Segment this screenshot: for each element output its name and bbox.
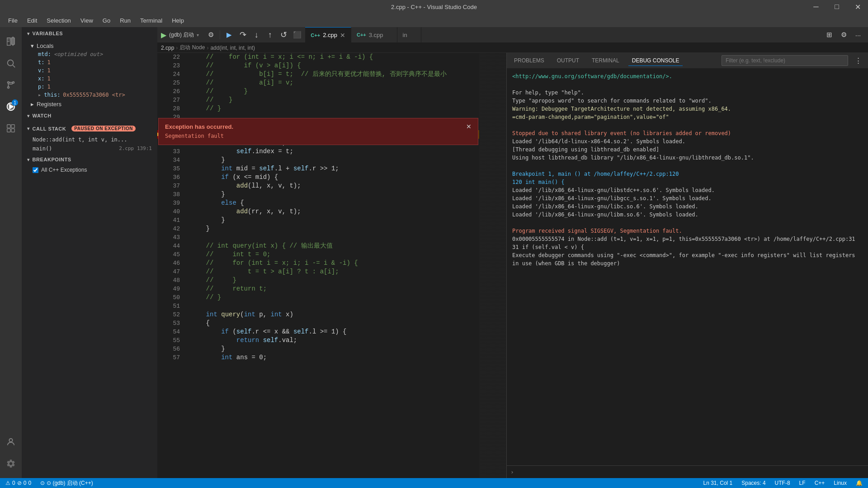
line-content-34[interactable]: } [187,156,479,164]
panel-tab-problems[interactable]: PROBLEMS [510,56,548,66]
debug-session-dropdown[interactable]: ▾ [197,33,199,38]
line-content-52[interactable]: int query(int p, int x) [187,310,479,319]
editor-content[interactable]: Exception has occurred. ✕ Segmentation f… [157,53,506,478]
line-content-46[interactable]: // for (int i = x; i; i -= i & -i) { [187,259,479,267]
run-debug-icon[interactable]: 1 [0,96,22,117]
call-stack-item-1[interactable]: main() 2.cpp 139:1 [22,144,157,153]
line-content-56[interactable]: } [187,345,479,353]
registers-header[interactable]: ▸ Registers [22,100,157,108]
close-button[interactable]: ✕ [847,0,868,14]
line-content-23[interactable]: // if (v > a[i]) { [187,61,479,70]
line-content-50[interactable]: // } [187,293,479,302]
line-content-27[interactable]: // } [187,96,479,104]
line-content-22[interactable]: // for (int i = x; i <= n; i += i & -i) … [187,53,479,61]
breadcrumb-func[interactable]: add(int, int, int, int) [210,45,255,51]
tab-2cpp-close[interactable]: ✕ [340,32,345,39]
line-content-24[interactable]: // b[i] = t; // 后来的只有更优才能替换, 否则字典序不是最小 [187,70,479,79]
status-debug[interactable]: ⊙ ⊙ (gdb) 启动 (C++) [38,478,95,488]
line-content-57[interactable]: int ans = 0; [187,353,479,362]
status-encoding[interactable]: UTF-8 [773,480,792,486]
watch-header[interactable]: ▾ WATCH [22,109,157,122]
line-content-35[interactable]: int mid = self.l + self.r >> 1; [187,164,479,173]
panel-tab-terminal[interactable]: TERMINAL [588,56,623,66]
search-icon[interactable] [0,52,22,74]
menu-view[interactable]: View [77,15,97,26]
line-content-42[interactable]: } [187,225,479,233]
layout-btn[interactable]: ⊞ [823,28,835,41]
status-notifications[interactable]: 🔔 [854,480,864,486]
maximize-button[interactable]: □ [826,0,847,14]
line-content-47[interactable]: // t = t > a[i] ? t : a[i]; [187,267,479,276]
var-this[interactable]: ▸ this: 0x5555557a3060 <tr> [22,91,157,99]
breakpoints-header[interactable]: ▾ BREAKPOINTS [22,153,157,166]
line-content-38[interactable]: } [187,190,479,199]
status-spaces[interactable]: Spaces: 4 [740,480,767,486]
panel-tab-debug-console[interactable]: DEBUG CONSOLE [628,56,683,66]
panel-more-btn[interactable]: ⋮ [852,54,864,67]
minimize-button[interactable]: ─ [806,0,826,14]
step-over-button[interactable]: ↷ [236,28,249,41]
code-editor[interactable]: Exception has occurred. ✕ Segmentation f… [157,53,479,478]
settings-icon[interactable] [0,453,22,474]
breadcrumb-node[interactable]: 启动 Node [179,44,205,52]
step-into-button[interactable]: ↓ [250,28,263,41]
call-stack-header[interactable]: ▾ CALL STACK Paused on exception [22,122,157,135]
line-content-25[interactable]: // a[i] = v; [187,79,479,87]
line-content-41[interactable]: } [187,216,479,225]
tab-3cpp[interactable]: C++ 3.cpp ✕ [351,27,397,42]
tab-2cpp[interactable]: C++ 2.cpp ✕ [305,27,351,42]
line-content-36[interactable]: if (x <= mid) { [187,173,479,182]
exception-close-button[interactable]: ✕ [466,123,472,130]
settings-debug-btn[interactable]: ⚙ [204,28,217,41]
line-content-45[interactable]: // int t = 0; [187,250,479,259]
menu-terminal[interactable]: Terminal [137,15,166,26]
menu-go[interactable]: Go [99,15,114,26]
panel-tab-output[interactable]: OUTPUT [553,56,583,66]
tab-in[interactable]: in ✕ [397,27,421,42]
filter-input[interactable] [722,55,848,66]
more-btn[interactable]: ··· [852,28,864,41]
accounts-icon[interactable] [0,431,22,453]
title-bar: 2.cpp - C++ - Visual Studio Code ─ □ ✕ [0,0,868,14]
continue-button[interactable]: ▶ [223,28,236,41]
console-line [512,162,863,170]
menu-help[interactable]: Help [168,15,188,26]
line-content-37[interactable]: add(ll, x, v, t); [187,182,479,190]
line-content-28[interactable]: // } [187,104,479,113]
restart-button[interactable]: ↺ [277,28,290,41]
menu-edit[interactable]: Edit [24,15,41,26]
stop-button[interactable]: ⬛ [291,28,303,41]
line-content-48[interactable]: // } [187,276,479,285]
panel-content[interactable]: <http://www.gnu.org/software/gdb/documen… [507,69,868,465]
line-content-39[interactable]: else { [187,199,479,207]
menu-file[interactable]: File [5,15,21,26]
panel-command-input[interactable] [517,469,864,475]
line-content-26[interactable]: // } [187,87,479,96]
settings-btn2[interactable]: ⚙ [837,28,850,41]
step-out-button[interactable]: ↑ [264,28,276,41]
status-line-ending[interactable]: LF [797,480,807,486]
status-language[interactable]: C++ [813,480,827,486]
variables-header[interactable]: ▾ VARIABLES [22,27,157,40]
call-stack-item-0[interactable]: Node::add(int t, int v, in... [22,135,157,144]
line-content-40[interactable]: add(rr, x, v, t); [187,207,479,216]
status-cursor[interactable]: Ln 31, Col 1 [702,480,735,486]
source-control-icon[interactable] [0,74,22,96]
line-content-54[interactable]: if (self.r <= x && self.l >= 1) { [187,328,479,336]
line-content-33[interactable]: self.index = t; [187,147,479,156]
line-content-53[interactable]: { [187,319,479,328]
breakpoint-checkbox-0[interactable] [33,167,38,173]
line-content-49[interactable]: // return t; [187,285,479,293]
locals-header[interactable]: ▾ Locals [22,42,157,50]
status-problems[interactable]: ⚠ 0 ⊘ 0 0 [4,478,33,488]
extensions-icon[interactable] [0,117,22,139]
line-content-43[interactable] [187,233,479,242]
menu-selection[interactable]: Selection [43,15,74,26]
status-platform[interactable]: Linux [832,480,849,486]
line-content-51[interactable] [187,302,479,310]
explorer-icon[interactable] [0,31,22,52]
line-content-44[interactable]: // int query(int x) { // 输出最大值 [187,242,479,250]
menu-run[interactable]: Run [116,15,134,26]
line-content-55[interactable]: return self.val; [187,336,479,345]
breadcrumb-file[interactable]: 2.cpp [161,45,174,51]
